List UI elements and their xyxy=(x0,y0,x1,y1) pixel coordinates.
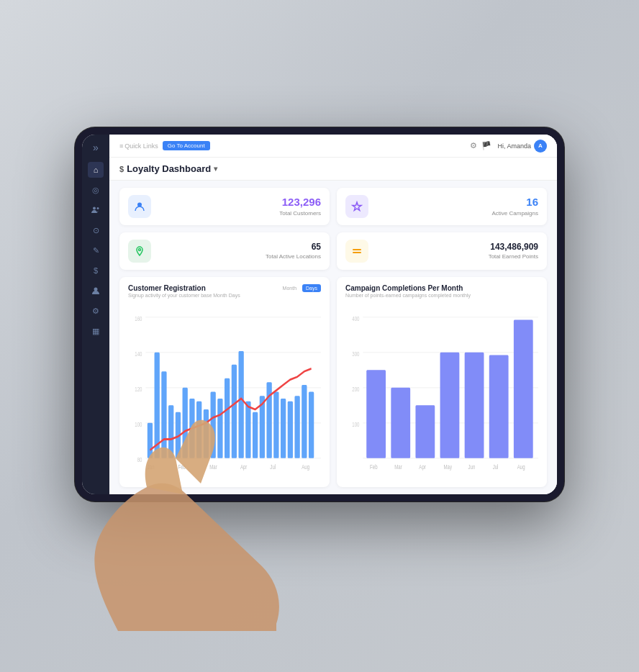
active-campaigns-number: 16 xyxy=(376,196,538,209)
toggle-days-button[interactable]: Days xyxy=(302,284,321,292)
main-content: ≡ Quick Links Go To Account ⚙ 🏴 Hi, Aman… xyxy=(109,135,557,494)
svg-text:120: 120 xyxy=(135,386,142,394)
total-points-number: 143,486,909 xyxy=(376,242,538,252)
quick-links-label: ≡ Quick Links xyxy=(119,142,158,150)
svg-rect-61 xyxy=(489,355,509,458)
sidebar-item-dollar[interactable]: $ xyxy=(88,263,104,278)
svg-rect-40 xyxy=(309,392,314,458)
svg-rect-6 xyxy=(353,252,361,253)
sidebar-item-lightbulb[interactable]: ◎ xyxy=(88,182,104,198)
customers-icon xyxy=(128,195,151,218)
flag-icon[interactable]: 🏴 xyxy=(481,141,491,150)
avatar[interactable]: A xyxy=(534,140,547,153)
campaigns-icon xyxy=(345,195,368,218)
active-campaigns-label: Active Campaigns xyxy=(376,210,538,217)
svg-point-2 xyxy=(94,288,98,291)
top-bar-icons: ⚙ 🏴 xyxy=(470,141,491,150)
total-points-label: Total Earned Points xyxy=(376,253,538,260)
svg-rect-37 xyxy=(288,401,293,458)
stats-row-1: 123,296 Total Customers 16 Active Campai… xyxy=(109,181,557,232)
svg-text:Feb: Feb xyxy=(178,463,186,471)
campaign-completions-card: Campaign Completions Per Month Number of… xyxy=(337,277,547,487)
completions-chart-svg: 400 300 200 100 xyxy=(345,304,538,480)
sidebar-item-person[interactable] xyxy=(88,283,104,299)
tablet-frame: » ⌂ ◎ ⊙ ✎ $ ⚙ ▦ xyxy=(75,127,564,501)
svg-text:Jun: Jun xyxy=(468,463,476,471)
svg-text:Aug: Aug xyxy=(302,463,309,471)
svg-text:160: 160 xyxy=(135,315,142,323)
svg-text:Feb: Feb xyxy=(370,463,378,471)
svg-rect-57 xyxy=(391,388,410,458)
total-locations-label: Total Active Locations xyxy=(158,253,321,260)
stat-text-points: 143,486,909 Total Earned Points xyxy=(376,242,538,260)
svg-text:200: 200 xyxy=(352,386,360,394)
notification-icon[interactable]: ⚙ xyxy=(470,141,477,150)
sidebar-item-grid[interactable]: ▦ xyxy=(88,323,104,339)
svg-text:Mar: Mar xyxy=(394,463,402,471)
stat-card-total-customers: 123,296 Total Customers xyxy=(119,188,330,225)
svg-text:100: 100 xyxy=(352,421,360,429)
svg-rect-32 xyxy=(253,412,258,458)
points-icon xyxy=(345,240,368,263)
stat-card-locations: 65 Total Active Locations xyxy=(119,232,330,270)
customer-registration-card: Customer Registration Signup activity of… xyxy=(119,277,330,487)
svg-rect-31 xyxy=(245,401,250,458)
svg-rect-20 xyxy=(168,405,173,458)
sidebar: » ⌂ ◎ ⊙ ✎ $ ⚙ ▦ xyxy=(82,135,109,494)
stat-card-points: 143,486,909 Total Earned Points xyxy=(337,232,547,270)
top-bar-left: ≡ Quick Links Go To Account xyxy=(119,141,210,150)
svg-text:Mar: Mar xyxy=(209,463,217,471)
svg-rect-30 xyxy=(238,351,243,458)
svg-rect-39 xyxy=(302,385,307,458)
chart-title-registration: Customer Registration Signup activity of… xyxy=(128,284,240,298)
svg-rect-24 xyxy=(196,401,201,458)
chart-toggle-registration: Month Days xyxy=(279,284,321,292)
svg-rect-17 xyxy=(148,423,153,458)
svg-text:100: 100 xyxy=(135,421,142,429)
svg-text:Aug: Aug xyxy=(517,463,525,471)
svg-rect-28 xyxy=(225,378,230,458)
toggle-month-button[interactable]: Month xyxy=(279,284,300,292)
location-icon xyxy=(128,240,151,263)
sidebar-item-gear[interactable]: ⚙ xyxy=(88,303,104,319)
svg-text:Jan: Jan xyxy=(148,463,155,471)
stat-card-active-campaigns: 16 Active Campaigns xyxy=(337,188,547,225)
svg-rect-19 xyxy=(161,371,166,458)
svg-point-4 xyxy=(139,249,141,251)
top-bar: ≡ Quick Links Go To Account ⚙ 🏴 Hi, Aman… xyxy=(109,135,557,158)
chart-title-completions: Campaign Completions Per Month Number of… xyxy=(345,284,471,298)
svg-rect-35 xyxy=(273,392,278,458)
svg-text:140: 140 xyxy=(135,350,142,358)
sidebar-item-home[interactable]: ⌂ xyxy=(88,162,104,178)
svg-text:400: 400 xyxy=(352,315,360,323)
svg-text:80: 80 xyxy=(137,456,142,464)
sidebar-collapse-icon[interactable]: » xyxy=(93,142,99,153)
svg-text:Apr: Apr xyxy=(419,463,426,471)
dropdown-chevron-icon[interactable]: ▾ xyxy=(214,165,217,173)
registration-chart-svg: 160 140 120 100 80 xyxy=(128,304,321,480)
chart-header-registration: Customer Registration Signup activity of… xyxy=(128,284,321,298)
svg-rect-59 xyxy=(440,353,460,458)
chart-header-completions: Campaign Completions Per Month Number of… xyxy=(345,284,538,298)
total-locations-number: 65 xyxy=(158,242,321,252)
dashboard-header: $ Loyalty Dashboard ▾ xyxy=(109,158,557,181)
svg-rect-5 xyxy=(353,249,361,250)
user-greeting: Hi, Amanda A xyxy=(497,140,547,153)
tablet-screen: » ⌂ ◎ ⊙ ✎ $ ⚙ ▦ xyxy=(82,135,557,494)
svg-rect-36 xyxy=(281,399,286,458)
dollar-icon: $ xyxy=(119,165,124,173)
go-to-account-button[interactable]: Go To Account xyxy=(163,141,210,150)
dashboard-title: $ Loyalty Dashboard ▾ xyxy=(119,163,547,174)
total-customers-label: Total Customers xyxy=(158,210,321,217)
sidebar-item-settings[interactable]: ⊙ xyxy=(88,222,104,238)
svg-rect-60 xyxy=(465,353,484,458)
sidebar-item-users[interactable] xyxy=(88,202,104,218)
svg-text:Jul: Jul xyxy=(270,463,276,471)
svg-point-1 xyxy=(97,207,99,209)
svg-point-0 xyxy=(93,207,96,210)
svg-text:Apr: Apr xyxy=(240,463,248,471)
total-customers-number: 123,296 xyxy=(158,196,321,209)
sidebar-item-edit[interactable]: ✎ xyxy=(88,242,104,258)
svg-rect-38 xyxy=(294,396,299,458)
svg-rect-26 xyxy=(211,392,216,458)
